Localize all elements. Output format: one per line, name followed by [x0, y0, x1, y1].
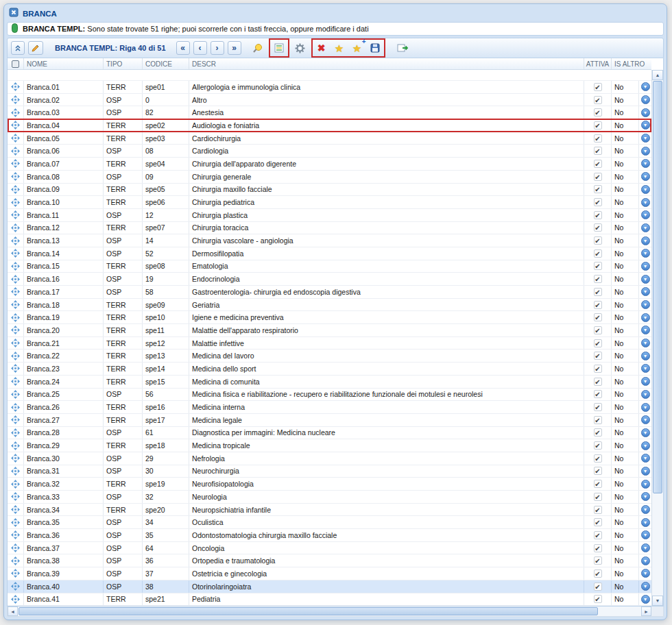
cell-tipo[interactable]: OSP — [104, 516, 143, 528]
cell-descr[interactable]: Dermosifilopatia — [189, 247, 584, 260]
cell-codice[interactable]: spe01 — [143, 81, 189, 93]
isaltro-dropdown[interactable]: ▾ — [639, 465, 651, 478]
attiva-checkbox[interactable]: ✔ — [594, 173, 602, 181]
cell-codice[interactable]: 12 — [143, 209, 189, 221]
isaltro-dropdown[interactable]: ▾ — [639, 145, 651, 157]
row-move-icon[interactable] — [8, 529, 24, 541]
cell-isaltro[interactable]: No — [612, 389, 639, 401]
isaltro-dropdown[interactable]: ▾ — [639, 94, 651, 106]
cell-nome[interactable]: Branca.19 — [24, 311, 104, 323]
row-move-icon[interactable] — [8, 567, 24, 580]
table-row[interactable]: Branca.41 TERR spe21 Pediatria ✔ No ▾ — [8, 593, 651, 606]
cell-nome[interactable]: Branca.32 — [24, 478, 104, 490]
row-move-icon[interactable] — [8, 478, 24, 490]
attiva-checkbox[interactable]: ✔ — [594, 198, 602, 206]
horizontal-scroll-thumb[interactable] — [19, 607, 598, 615]
cell-isaltro[interactable]: No — [612, 504, 639, 516]
isaltro-dropdown[interactable]: ▾ — [639, 222, 651, 234]
table-row[interactable]: Branca.38 OSP 36 Ortopedia e traumatolog… — [8, 554, 651, 567]
row-move-icon[interactable] — [8, 247, 24, 260]
attiva-checkbox[interactable]: ✔ — [594, 352, 602, 360]
cell-codice[interactable]: 56 — [143, 389, 189, 401]
attiva-checkbox[interactable]: ✔ — [594, 313, 602, 321]
cell-tipo[interactable]: OSP — [104, 94, 143, 106]
nav-next-button[interactable]: › — [211, 41, 224, 55]
row-move-icon[interactable] — [8, 452, 24, 465]
attiva-checkbox[interactable]: ✔ — [594, 416, 602, 424]
isaltro-dropdown[interactable]: ▾ — [639, 593, 651, 606]
cell-tipo[interactable]: TERR — [104, 311, 143, 323]
cell-tipo[interactable]: TERR — [104, 184, 143, 196]
table-row[interactable]: Branca.06 OSP 08 Cardiologia ✔ No ▾ — [8, 145, 651, 158]
cell-isaltro[interactable]: No — [612, 554, 639, 567]
cell-isaltro[interactable]: No — [612, 145, 639, 157]
isaltro-dropdown[interactable]: ▾ — [639, 132, 651, 145]
row-move-icon[interactable] — [8, 311, 24, 323]
row-move-icon[interactable] — [8, 286, 24, 298]
cell-nome[interactable]: Branca.23 — [24, 363, 104, 375]
row-move-icon[interactable] — [8, 389, 24, 401]
cell-descr[interactable]: Neurochirurgia — [189, 465, 584, 478]
cell-descr[interactable]: Neurologia — [189, 491, 584, 503]
row-move-icon[interactable] — [8, 196, 24, 208]
attiva-checkbox[interactable]: ✔ — [594, 506, 602, 514]
cell-codice[interactable]: spe18 — [143, 439, 189, 452]
cell-tipo[interactable]: OSP — [104, 106, 143, 119]
cell-isaltro[interactable]: No — [612, 350, 639, 362]
row-move-icon[interactable] — [8, 145, 24, 157]
cell-isaltro[interactable]: No — [612, 222, 639, 234]
isaltro-dropdown[interactable]: ▾ — [639, 286, 651, 298]
attiva-checkbox[interactable]: ✔ — [594, 288, 602, 296]
cell-codice[interactable]: spe03 — [143, 132, 189, 145]
horizontal-scroll-track[interactable] — [18, 606, 641, 616]
cell-tipo[interactable]: TERR — [104, 222, 143, 234]
isaltro-dropdown[interactable]: ▾ — [639, 363, 651, 375]
cell-codice[interactable]: spe21 — [143, 593, 189, 606]
vertical-scroll-track[interactable] — [652, 80, 663, 596]
cell-nome[interactable]: Branca.08 — [24, 171, 104, 183]
attiva-checkbox[interactable]: ✔ — [594, 467, 602, 475]
cell-codice[interactable]: 36 — [143, 554, 189, 567]
cell-descr[interactable]: Oncologia — [189, 542, 584, 554]
row-move-icon[interactable] — [8, 554, 24, 567]
cell-codice[interactable]: spe17 — [143, 414, 189, 426]
attiva-checkbox[interactable]: ✔ — [594, 441, 602, 450]
cell-nome[interactable]: Branca.09 — [24, 184, 104, 196]
table-row[interactable]: Branca.27 TERR spe17 Medicina legale ✔ N… — [8, 414, 651, 427]
table-row[interactable]: Branca.03 OSP 82 Anestesia ✔ No ▾ — [8, 106, 651, 119]
cell-codice[interactable]: 19 — [143, 273, 189, 285]
row-move-icon[interactable] — [8, 273, 24, 285]
cell-nome[interactable]: Branca.25 — [24, 389, 104, 401]
cell-codice[interactable]: spe06 — [143, 196, 189, 208]
attiva-checkbox[interactable]: ✔ — [594, 160, 602, 168]
cell-tipo[interactable]: TERR — [104, 132, 143, 145]
column-header-tipo[interactable]: TIPO — [104, 58, 143, 69]
cell-nome[interactable]: Branca.11 — [24, 209, 104, 221]
table-row[interactable]: Branca.21 TERR spe12 Malattie infettive … — [8, 337, 651, 350]
table-row[interactable]: Branca.13 OSP 14 Chirurgia vascolare - a… — [8, 234, 651, 247]
isaltro-dropdown[interactable]: ▾ — [639, 401, 651, 413]
row-move-icon[interactable] — [8, 132, 24, 145]
row-move-icon[interactable] — [8, 516, 24, 528]
column-header-attiva[interactable]: ATTIVA — [584, 58, 612, 69]
table-row[interactable]: Branca.40 OSP 38 Otorinolaringoiatra ✔ N… — [8, 580, 651, 593]
isaltro-dropdown[interactable]: ▾ — [639, 234, 651, 247]
delete-icon[interactable]: ✖ — [314, 40, 329, 56]
pin-icon[interactable] — [250, 40, 265, 56]
cell-codice[interactable]: spe14 — [143, 363, 189, 375]
cell-isaltro[interactable]: No — [612, 401, 639, 413]
table-row[interactable]: Branca.29 TERR spe18 Medicina tropicale … — [8, 439, 651, 452]
cell-descr[interactable]: Malattie infettive — [189, 337, 584, 350]
row-move-icon[interactable] — [8, 363, 24, 375]
cell-tipo[interactable]: OSP — [104, 286, 143, 298]
column-header-codice[interactable]: CODICE — [143, 58, 189, 69]
table-row[interactable]: Branca.28 OSP 61 Diagnostica per immagin… — [8, 427, 651, 440]
cell-isaltro[interactable]: No — [612, 171, 639, 183]
cell-tipo[interactable]: TERR — [104, 363, 143, 375]
row-move-icon[interactable] — [8, 119, 24, 132]
cell-descr[interactable]: Neurofisiopatologia — [189, 478, 584, 490]
cell-tipo[interactable]: TERR — [104, 478, 143, 490]
isaltro-dropdown[interactable]: ▾ — [639, 389, 651, 401]
row-move-icon[interactable] — [8, 376, 24, 388]
cell-codice[interactable]: spe16 — [143, 401, 189, 413]
